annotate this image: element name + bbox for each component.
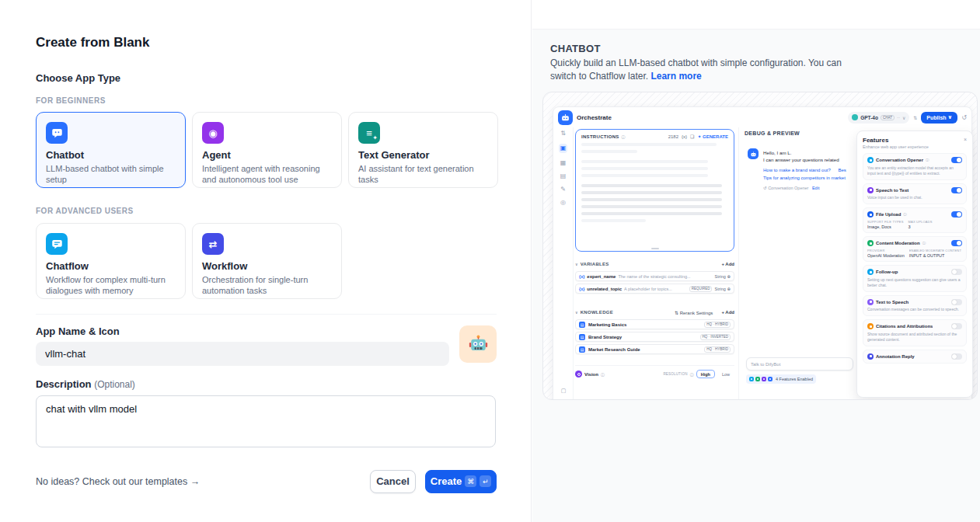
model-selector[interactable]: GPT-4o CHAT ·· ∨ bbox=[848, 112, 909, 124]
feature-toggle[interactable] bbox=[951, 211, 962, 218]
info-icon: ⓘ bbox=[622, 134, 626, 139]
tune-icon[interactable]: ⇅ bbox=[913, 115, 917, 120]
resolution-low-button[interactable]: Low bbox=[717, 370, 734, 378]
feature-toggle[interactable] bbox=[951, 269, 962, 275]
edit-opener-link[interactable]: Edit bbox=[812, 186, 819, 190]
resolution-high-button[interactable]: High bbox=[696, 370, 715, 378]
bot-avatar bbox=[748, 148, 759, 159]
info-icon: ⓘ bbox=[926, 158, 929, 162]
speaker-icon bbox=[867, 299, 874, 305]
variables-icon[interactable]: {x} bbox=[682, 134, 687, 139]
rail-note-icon[interactable]: ✎ bbox=[560, 186, 566, 193]
model-provider-icon bbox=[852, 114, 858, 120]
rail-doc-icon[interactable]: ▤ bbox=[560, 173, 567, 179]
templates-link[interactable]: No ideas? Check out our templates → bbox=[36, 476, 200, 487]
app-type-card-workflow[interactable]: ⇄ Workflow Orchestration for single-turn… bbox=[192, 223, 342, 299]
document-icon: ▤ bbox=[579, 334, 585, 340]
column-divider bbox=[738, 127, 739, 400]
collapse-icon[interactable]: ∨ bbox=[575, 262, 578, 266]
rail-tune-icon[interactable]: ⇅ bbox=[560, 130, 566, 137]
app-type-card-text-generator[interactable]: ≡✦ Text Generator AI assistant for text … bbox=[348, 112, 498, 188]
choose-app-type-label: Choose App Type bbox=[36, 72, 120, 84]
shield-icon bbox=[867, 240, 874, 246]
retrieval-badge: HQ · HYBRID bbox=[704, 346, 731, 353]
required-badge: REQUIRED bbox=[689, 286, 713, 292]
annotation-icon bbox=[867, 353, 874, 360]
document-icon: ▤ bbox=[579, 346, 585, 353]
instructions-skeleton bbox=[581, 143, 728, 222]
card-title: Chatflow bbox=[46, 260, 176, 272]
instructions-panel[interactable]: INSTRUCTIONS ⓘ 2182 {x} ❏ ✦ GENERATE bbox=[575, 129, 734, 252]
chat-input[interactable]: Talk to DifyBot bbox=[746, 357, 853, 371]
variable-row[interactable]: {x} expert_name The name of the strategi… bbox=[575, 271, 734, 281]
conversation-opener-icon bbox=[867, 157, 874, 163]
suggestion-link[interactable]: Tips for analyzing competitors in market bbox=[763, 176, 846, 180]
app-type-card-chatbot[interactable]: Chatbot LLM-based chatbot with simple se… bbox=[36, 112, 186, 188]
rail-globe-icon[interactable]: ◎ bbox=[560, 200, 566, 206]
feature-toggle[interactable] bbox=[951, 299, 962, 305]
feature-speech-to-text: Speech to Text Voice input can be used i… bbox=[863, 183, 967, 205]
text-generator-icon: ≡✦ bbox=[358, 122, 380, 144]
card-desc: Intelligent agent with reasoning and aut… bbox=[202, 163, 332, 186]
rail-orchestrate-icon[interactable]: ▣ bbox=[559, 144, 568, 153]
publish-button[interactable]: Publish ∨ bbox=[921, 112, 957, 124]
feature-toggle[interactable] bbox=[951, 157, 962, 163]
app-type-card-agent[interactable]: ◉ Agent Intelligent agent with reasoning… bbox=[192, 112, 342, 188]
feature-toggle[interactable] bbox=[951, 323, 962, 329]
features-panel: Features × Enhance web app user experien… bbox=[856, 130, 973, 398]
rerank-settings-button[interactable]: ⇅ Rerank Settings bbox=[675, 310, 713, 315]
description-label: Description (Optional) bbox=[36, 378, 135, 390]
feature-toggle[interactable] bbox=[951, 353, 962, 360]
cancel-button[interactable]: Cancel bbox=[370, 470, 416, 493]
chatbot-icon bbox=[46, 122, 68, 144]
create-button[interactable]: Create ⌘ ↵ bbox=[425, 470, 497, 493]
vision-row: Vision ⓘ RESOLUTION ⓘ High Low bbox=[575, 365, 734, 378]
features-enabled-bar[interactable]: 4 Features Enabled bbox=[746, 374, 816, 384]
add-knowledge-button[interactable]: + Add bbox=[721, 310, 734, 315]
generate-button[interactable]: ✦ GENERATE bbox=[697, 134, 728, 139]
chat-message: Hello, I am L. I can answer your questio… bbox=[763, 149, 856, 191]
document-icon: ▤ bbox=[579, 322, 585, 328]
suggestion-link[interactable]: How to make a brand stand out? bbox=[763, 168, 831, 172]
enter-key-icon: ↵ bbox=[480, 475, 491, 487]
app-name-label: App Name & Icon bbox=[36, 325, 120, 337]
rail-image-icon[interactable]: ▦ bbox=[560, 160, 567, 166]
app-type-card-chatflow[interactable]: Chatflow Workflow for complex multi-turn… bbox=[36, 223, 186, 299]
variable-icon: {x} bbox=[579, 287, 584, 291]
feature-toggle[interactable] bbox=[951, 187, 962, 193]
workflow-icon: ⇄ bbox=[202, 233, 224, 255]
opener-icon: ↺ bbox=[763, 186, 767, 190]
model-mode-badge: CHAT bbox=[881, 115, 895, 120]
app-icon-picker[interactable] bbox=[459, 325, 497, 363]
card-desc: LLM-based chatbot with simple setup bbox=[46, 163, 176, 186]
resize-handle[interactable] bbox=[651, 248, 659, 249]
knowledge-section: ∨ KNOWLEDGE ⇅ Rerank Settings + Add ▤ Ma… bbox=[575, 308, 734, 354]
add-variable-button[interactable]: + Add bbox=[721, 262, 734, 266]
description-textarea[interactable]: chat with vllm model bbox=[36, 395, 496, 447]
knowledge-row[interactable]: ▤ Marketing Basics HQ · HYBRID bbox=[575, 319, 734, 329]
variable-type: String ⊕ bbox=[714, 274, 731, 279]
learn-more-link[interactable]: Learn more bbox=[650, 71, 701, 82]
agent-icon: ◉ bbox=[202, 122, 224, 144]
rail-bottom-icon[interactable]: ▢ bbox=[553, 388, 574, 394]
app-name-input[interactable] bbox=[36, 342, 449, 366]
variable-row[interactable]: {x} unrelated_topic A placeholder for to… bbox=[575, 284, 734, 294]
folder-icon bbox=[867, 211, 874, 218]
feature-toggle[interactable] bbox=[951, 240, 962, 246]
collapse-icon[interactable]: ∨ bbox=[575, 310, 578, 315]
feature-content-moderation: Content Moderation ⓘ PROVIDER OpenAI Mod… bbox=[863, 236, 967, 262]
advanced-cards-row: Chatflow Workflow for complex multi-turn… bbox=[36, 223, 342, 299]
upload-feature-icon bbox=[768, 377, 772, 381]
opener-feature-icon bbox=[749, 377, 754, 381]
microphone-icon bbox=[867, 187, 874, 193]
preview-panel: CHATBOT Quickly build an LLM-based chatb… bbox=[532, 0, 980, 522]
suggestion-link[interactable]: Bes bbox=[838, 168, 846, 172]
close-icon[interactable]: × bbox=[964, 137, 967, 142]
copy-icon[interactable]: ❏ bbox=[690, 134, 694, 139]
history-icon[interactable]: ↺ bbox=[961, 114, 967, 121]
knowledge-row[interactable]: ▤ Market Research Guide HQ · HYBRID bbox=[575, 344, 734, 354]
knowledge-row[interactable]: ▤ Brand Strategy HQ · INVERTED bbox=[575, 332, 734, 342]
variables-section: ∨ VARIABLES + Add {x} expert_name The na… bbox=[575, 259, 734, 294]
chatbot-preview-image: Orchestrate GPT-4o CHAT ·· ∨ ⇅ Publish ∨… bbox=[542, 92, 978, 400]
chevron-down-icon: ∨ bbox=[902, 115, 905, 120]
